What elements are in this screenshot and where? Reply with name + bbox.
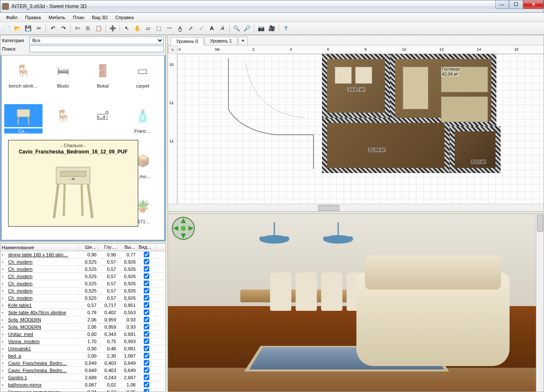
menu-edit[interactable]: Правка <box>22 14 44 21</box>
add-furniture-icon[interactable]: ➕ <box>108 23 118 34</box>
table-row[interactable]: ▫Side table 40x78cm slimline0,780,4020,5… <box>0 309 165 316</box>
visible-checkbox[interactable] <box>144 310 149 315</box>
table-row[interactable]: ▫Kofe table10,570,7170,851 <box>0 302 165 309</box>
table-row[interactable]: ▫Ch_modern0,5250,570,926 <box>0 287 165 295</box>
visible-checkbox[interactable] <box>144 252 149 257</box>
table-row[interactable]: ▫Ch_modern0,5250,570,926 <box>0 295 165 302</box>
plan-canvas[interactable]: 14,87 м²Гостиная42,04 м²21,44 м²8,57 м² <box>177 54 544 204</box>
copy-icon[interactable]: ⎘ <box>83 23 93 34</box>
paste-icon[interactable]: 📋 <box>94 23 104 34</box>
app-icon <box>2 3 9 10</box>
table-row[interactable]: ▫Ch_modern0,5250,570,926 <box>0 273 165 280</box>
table-row[interactable]: ▫Настенная светит вверх0,240,120,26 <box>0 389 165 392</box>
tab-add-level[interactable]: + <box>238 37 248 45</box>
catalog-item[interactable]: 🚪Bokal <box>84 58 122 102</box>
menu-plan[interactable]: План <box>70 14 88 21</box>
polyline-icon[interactable]: 〰 <box>164 23 174 34</box>
visible-checkbox[interactable] <box>144 317 149 322</box>
svg-line-2 <box>28 117 29 125</box>
table-row[interactable]: ▫Umivalnik10,900,460,981 <box>0 345 165 352</box>
visible-checkbox[interactable] <box>144 331 149 337</box>
tab-level-1[interactable]: Уровень 1 <box>205 37 238 45</box>
table-row[interactable]: ▫Sofa_MODERN2,060,9590,93 <box>0 316 165 324</box>
col-visible[interactable]: Види… <box>137 244 156 251</box>
visible-checkbox[interactable] <box>144 259 149 264</box>
table-row[interactable]: ▫Ch_modern0,5250,570,926 <box>0 266 165 273</box>
new-icon[interactable]: 📄 <box>2 23 12 34</box>
table-row[interactable]: ▫Vanna_modern1,700,750,993 <box>0 338 165 345</box>
zoom-in-icon[interactable]: 🔍 <box>231 23 242 34</box>
visible-checkbox[interactable] <box>144 281 149 286</box>
visible-checkbox[interactable] <box>144 288 149 293</box>
view3d-scrollbar[interactable] <box>536 214 544 392</box>
table-row[interactable]: ▫dining table 160 x 160 slim…0,900,900,7… <box>0 251 165 258</box>
search-input[interactable] <box>29 45 164 52</box>
catalog-item[interactable]: ▭carpet <box>124 58 162 102</box>
col-name[interactable]: Наименование <box>0 244 79 251</box>
col-width[interactable]: Ши… <box>79 244 98 251</box>
open-icon[interactable]: 📂 <box>12 23 23 34</box>
visible-checkbox[interactable] <box>144 338 149 344</box>
visible-checkbox[interactable] <box>144 382 149 387</box>
save-icon[interactable]: 💾 <box>23 23 33 34</box>
tooltip-name: Cavio_Francheska_Bedroom_16_12_09_PUF <box>11 149 135 155</box>
table-row[interactable]: ▫Ch_modern0,5250,570,926 <box>0 280 165 287</box>
room-icon[interactable]: ⬚ <box>154 23 164 34</box>
catalog-item[interactable]: 🪑bench slimli… <box>4 58 43 102</box>
undo-icon[interactable]: ↶ <box>48 23 58 34</box>
close-button[interactable]: ✕ <box>523 0 544 9</box>
zoom-out-icon[interactable]: 🔎 <box>242 23 252 34</box>
table-row[interactable]: ▫Gardini 12,6880,2432,687 <box>0 374 165 381</box>
table-row[interactable]: ▫bathroom-mirror0,0870,021,06 <box>0 381 165 389</box>
category-select[interactable]: Все <box>29 37 164 44</box>
tab-level-0[interactable]: Уровень 0 <box>171 37 204 45</box>
menu-3dview[interactable]: Вид 3D <box>88 14 111 21</box>
visible-checkbox[interactable] <box>144 302 149 308</box>
minimize-button[interactable]: — <box>495 0 509 9</box>
video-icon[interactable]: 🎥 <box>267 23 277 34</box>
cut-icon[interactable]: ✄ <box>72 23 83 34</box>
wall-icon[interactable]: ▱ <box>143 23 153 34</box>
table-row[interactable]: ▫Ch_modern0,5250,570,926 <box>0 258 165 266</box>
visible-checkbox[interactable] <box>144 266 149 272</box>
view-3d-panel[interactable] <box>168 213 544 392</box>
label-icon[interactable]: ⟋ <box>196 23 206 34</box>
tooltip-category: - Спальня - <box>11 143 135 148</box>
bold-icon[interactable]: A <box>207 23 217 34</box>
col-depth[interactable]: Глу… <box>98 244 118 251</box>
plan-scrollbar-horizontal[interactable] <box>168 204 544 211</box>
table-row[interactable]: ▫Sofa_MODERN2,060,9590,93 <box>0 324 165 331</box>
visible-checkbox[interactable] <box>144 375 149 380</box>
visible-checkbox[interactable] <box>144 346 149 351</box>
svg-point-16 <box>342 238 347 242</box>
visible-checkbox[interactable] <box>144 295 149 301</box>
preferences-icon[interactable]: ✂ <box>34 23 44 34</box>
col-height[interactable]: Вы… <box>118 244 137 251</box>
photo-icon[interactable]: 📷 <box>256 23 266 34</box>
select-icon[interactable]: ↖ <box>122 23 132 34</box>
visible-checkbox[interactable] <box>144 360 149 366</box>
svg-rect-4 <box>60 171 86 176</box>
menu-furniture[interactable]: Мебель <box>45 14 68 21</box>
help-icon[interactable]: ? <box>281 23 291 34</box>
dimension-icon[interactable]: A̲ <box>175 23 185 34</box>
table-row[interactable]: ▫bed_a2,002,301,087 <box>0 352 165 360</box>
navigation-compass[interactable] <box>171 216 195 240</box>
table-row[interactable]: ▫Cavio_Francheska_Bedro…0,6490,4030,649 <box>0 360 165 367</box>
visible-checkbox[interactable] <box>144 367 149 373</box>
table-row[interactable]: ▫Cavio_Francheska_Bedro…0,6490,4030,649 <box>0 367 165 374</box>
visible-checkbox[interactable] <box>144 324 149 330</box>
visible-checkbox[interactable] <box>144 273 149 279</box>
redo-icon[interactable]: ↷ <box>58 23 68 34</box>
italic-icon[interactable]: A <box>217 23 228 34</box>
text-icon[interactable]: ⤢ <box>185 23 196 34</box>
pan-icon[interactable]: ✋ <box>132 23 142 34</box>
menu-help[interactable]: Справка <box>112 14 137 21</box>
catalog-item[interactable]: 🛏Bludo <box>44 58 83 102</box>
table-row[interactable]: ▫Unitaz_med0,600,3430,681 <box>0 331 165 338</box>
visible-checkbox[interactable] <box>144 353 149 358</box>
menu-file[interactable]: Файл <box>3 14 21 21</box>
maximize-button[interactable]: ☐ <box>509 0 523 9</box>
visible-checkbox[interactable] <box>144 389 149 392</box>
table-body[interactable]: ▫dining table 160 x 160 slim…0,900,900,7… <box>0 251 165 392</box>
